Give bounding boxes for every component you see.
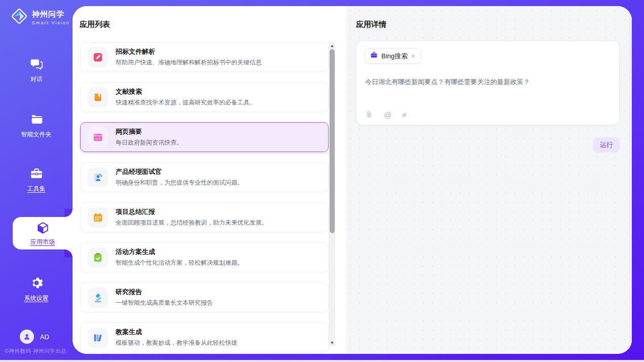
app-card-desc: 帮助用户快速、准确地理解和解析招标书中的关键信息 xyxy=(116,58,262,67)
brand-subtitle: Smart Vision xyxy=(32,20,70,25)
sidebar-item-chat[interactable]: 对话 xyxy=(0,57,73,84)
attachment-toolbar: @ # xyxy=(365,110,407,119)
app-card-webpage-summary[interactable]: </> 网页摘要 每日政府新闻资讯快查。 xyxy=(80,122,329,152)
cube-icon xyxy=(13,221,73,235)
hash-icon[interactable]: # xyxy=(402,111,406,119)
page-bottom-strip xyxy=(0,360,644,362)
sidebar-item-smart-folder[interactable]: 智能文件夹 xyxy=(0,113,73,139)
query-editor-card: Bing搜索 × 今日湖北有哪些新闻要点？有哪些需要关注的最新政策？ @ # xyxy=(356,41,620,125)
sidebar-item-label: 工具集 xyxy=(27,185,46,193)
app-card-literature-search[interactable]: 文献搜索 快速精准查找学术资源，提高研究效率的必备工具。 xyxy=(80,82,329,112)
app-card-list: 招标文件解析 帮助用户快速、准确地理解和解析招标书中的关键信息 文献搜索 快速精… xyxy=(80,42,329,354)
app-card-lesson-plan[interactable]: 教案生成 模板驱动，教案妙成，教学准备从此轻松快捷 xyxy=(80,322,329,352)
close-icon[interactable]: × xyxy=(411,53,415,59)
mention-icon[interactable]: @ xyxy=(384,111,391,119)
app-detail-title: 应用详情 xyxy=(356,20,386,29)
app-detail-panel: 应用详情 Bing搜索 × 今日湖北有哪些新闻要点？有哪些需要关注的最新政策？ xyxy=(346,6,632,354)
brand-logo: 神州问学 Smart Vision xyxy=(10,7,70,27)
app-card-research-report[interactable]: 研究报告 一键智能生成高质量长文本研究报告 xyxy=(80,282,329,312)
app-card-desc: 快速精准查找学术资源，提高研究效率的必备工具。 xyxy=(116,98,256,107)
folder-icon xyxy=(0,113,73,126)
sidebar-item-app-market[interactable]: 应用市场 xyxy=(13,217,73,249)
user-account[interactable]: AD xyxy=(20,330,49,344)
tool-tag-label: Bing搜索 xyxy=(381,52,408,61)
sidebar-item-toolset[interactable]: 工具集 xyxy=(0,167,73,193)
app-card-tender-parse[interactable]: 招标文件解析 帮助用户快速、准确地理解和解析招标书中的关键信息 xyxy=(80,42,329,72)
app-list-title: 应用列表 xyxy=(80,20,110,29)
user-name: AD xyxy=(40,333,49,341)
main-content: 应用列表 招标文件解析 帮助用户快速、准确地理解和解析招标书中的关键信息 xyxy=(73,6,632,354)
briefcase-icon xyxy=(370,51,378,61)
copyright-footer: ©神州数码·神州问学出品 xyxy=(5,348,66,355)
app-card-pm-interviewer[interactable]: 产品经理面试官 明确身份和职责，为您提供专业性的面试问题。 xyxy=(80,162,329,192)
app-card-desc: 每日政府新闻资讯快查。 xyxy=(116,138,183,147)
tender-doc-icon xyxy=(88,47,108,67)
literature-search-icon xyxy=(88,87,108,107)
app-card-title: 产品经理面试官 xyxy=(116,167,243,176)
svg-text:</>: </> xyxy=(95,136,101,140)
sidebar-item-settings[interactable]: 系统设置 xyxy=(0,276,73,303)
tool-tag-bing-search[interactable]: Bing搜索 × xyxy=(365,48,421,64)
app-card-title: 项目总结汇报 xyxy=(116,207,268,216)
sidebar-item-label: 系统设置 xyxy=(24,294,49,303)
query-textbox[interactable]: 今日湖北有哪些新闻要点？有哪些需要关注的最新政策？ xyxy=(365,77,611,87)
lesson-plan-icon xyxy=(88,328,108,348)
research-report-icon xyxy=(88,287,108,308)
paperclip-icon[interactable] xyxy=(365,110,373,119)
sidebar-item-label: 应用市场 xyxy=(30,238,55,246)
sidebar-item-label: 对话 xyxy=(30,75,43,84)
sidebar-item-label: 智能文件夹 xyxy=(21,130,52,139)
project-report-icon xyxy=(88,207,108,228)
app-card-title: 活动方案生成 xyxy=(116,247,243,257)
app-list-scrollbar xyxy=(329,42,335,346)
interviewer-icon xyxy=(88,167,108,188)
app-card-project-report[interactable]: 项目总结汇报 全面回顾项目进展，总结经验教训，助力未来优化发展。 xyxy=(80,202,329,232)
activity-plan-icon xyxy=(88,247,108,268)
chat-icon xyxy=(0,57,73,70)
scroll-down-icon[interactable] xyxy=(329,339,335,346)
app-card-desc: 明确身份和职责，为您提供专业性的面试问题。 xyxy=(116,178,243,187)
gear-icon xyxy=(0,276,73,289)
app-card-activity-plan[interactable]: 活动方案生成 智能生成个性化活动方案，轻松解决规划难题。 xyxy=(80,242,329,272)
app-card-title: 教案生成 xyxy=(116,328,237,337)
app-card-desc: 全面回顾项目进展，总结经验教训，助力未来优化发展。 xyxy=(116,219,268,227)
run-button[interactable]: 运行 xyxy=(593,137,620,153)
app-card-title: 研究报告 xyxy=(116,287,213,297)
app-card-desc: 智能生成个性化活动方案，轻松解决规划难题。 xyxy=(116,259,243,267)
scrollbar-thumb[interactable] xyxy=(330,49,335,233)
app-card-desc: 一键智能生成高质量长文本研究报告 xyxy=(116,299,213,307)
brand-diamond-icon xyxy=(10,7,28,27)
scroll-up-icon[interactable] xyxy=(329,42,335,49)
sidebar: 神州问学 Smart Vision 对话 智能文件夹 xyxy=(0,0,73,360)
app-card-title: 招标文件解析 xyxy=(116,47,262,56)
app-list-panel: 应用列表 招标文件解析 帮助用户快速、准确地理解和解析招标书中的关键信息 xyxy=(73,6,346,354)
webpage-summary-icon: </> xyxy=(88,127,108,148)
brand-name: 神州问学 xyxy=(32,10,70,19)
app-card-title: 网页摘要 xyxy=(116,127,183,136)
app-card-title: 文献搜索 xyxy=(116,87,256,96)
app-card-desc: 模板驱动，教案妙成，教学准备从此轻松快捷 xyxy=(116,339,237,347)
toolbox-icon xyxy=(0,167,73,180)
detail-scrollbar-track[interactable] xyxy=(629,6,632,354)
avatar xyxy=(20,330,34,344)
